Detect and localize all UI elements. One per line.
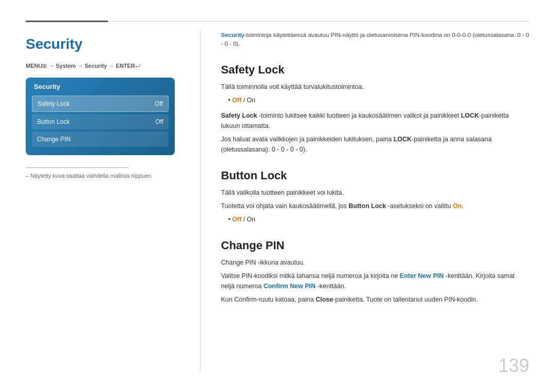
safety-lock-bullet-1: Off / On (228, 95, 529, 105)
safety-lock-extra-2: Jos haluat avata valikkojen ja painikkei… (221, 134, 529, 155)
menu-item-safety-lock[interactable]: Safety Lock Off (32, 96, 169, 112)
page-number: 139 (498, 355, 529, 377)
security-menu-box: Security Safety Lock Off Button Lock Off… (26, 78, 175, 155)
breadcrumb: MENU⊞ → System → Security → ENTER⮐ (26, 63, 184, 69)
change-pin-desc-2: Valitse PIN-koodiksi mitkä tahansa neljä… (221, 271, 529, 291)
button-lock-title: Button Lock (221, 169, 529, 182)
top-decorative-lines (26, 21, 529, 22)
page-title: Security (26, 36, 184, 52)
menu-item-button-lock[interactable]: Button Lock Off (32, 114, 169, 129)
button-lock-label: Button Lock (37, 118, 69, 125)
breadcrumb-text: MENU⊞ → System → Security → ENTER⮐ (26, 63, 141, 69)
change-pin-label: Change PIN (37, 136, 70, 143)
change-pin-title: Change PIN (221, 239, 529, 252)
security-menu-title: Security (32, 83, 169, 90)
change-pin-desc-3: Kun Confirm-ruutu katoaa, paina Close-pa… (221, 294, 529, 305)
section-safety-lock: Safety Lock Tällä toiminnolla voit käytt… (221, 63, 529, 155)
off-text: Off (232, 97, 242, 104)
safety-lock-label: Safety Lock (38, 100, 70, 107)
right-panel: Security-toimintoja käytettäessä avautuu… (200, 31, 529, 371)
safety-lock-desc: Tällä toiminnolla voit käyttää turvaluki… (221, 82, 529, 92)
top-line-thick (26, 21, 108, 22)
left-divider (26, 167, 128, 168)
button-lock-bullets: Off / On (228, 214, 529, 225)
top-note-bold: Security (221, 32, 244, 38)
button-lock-bullet-1: Off / On (228, 214, 529, 225)
safety-lock-title: Safety Lock (221, 63, 529, 77)
change-pin-desc-1: Change PIN -ikkuna avautuu. (221, 257, 529, 268)
top-line-thin (113, 21, 529, 22)
left-panel: Security MENU⊞ → System → Security → ENT… (26, 31, 200, 371)
safety-lock-value: Off (155, 100, 163, 107)
button-lock-desc-1: Tällä valikolla tuotteen painikkeet voi … (221, 188, 529, 198)
button-lock-desc-2: Tuotetta voi ohjata vain kaukosäätimellä… (221, 201, 529, 211)
top-note: Security-toimintoja käytettäessä avautuu… (221, 31, 529, 49)
section-button-lock: Button Lock Tällä valikolla tuotteen pai… (221, 169, 529, 225)
safety-lock-bullets: Off / On (228, 95, 529, 105)
top-note-text: -toimintoja käytettäessä avautuu PIN-näy… (221, 32, 529, 47)
safety-lock-extra-1: Safety Lock -toiminto lukitsee kaikki tu… (221, 110, 529, 131)
button-lock-value: Off (155, 118, 163, 125)
section-change-pin: Change PIN Change PIN -ikkuna avautuu. V… (221, 239, 529, 305)
left-note: – Näytetty kuva saattaa vaihdella mallis… (26, 172, 184, 180)
menu-item-change-pin[interactable]: Change PIN (32, 132, 169, 147)
